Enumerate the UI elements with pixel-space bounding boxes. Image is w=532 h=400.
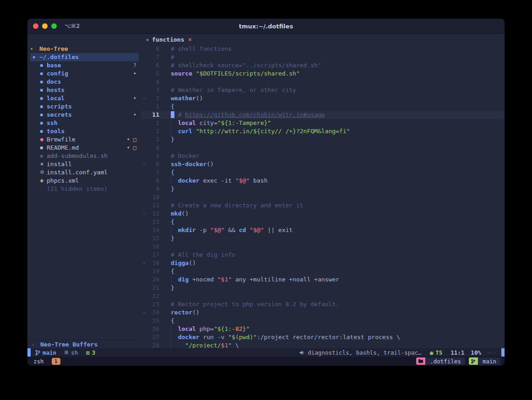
line-number: 5 (148, 152, 159, 160)
neotree-item-secrets[interactable]: ▪secrets• (27, 111, 141, 119)
neotree-item-add-submodules.sh[interactable]: ▪add-submodules.sh (27, 152, 141, 160)
code-line[interactable]: 22 (141, 292, 505, 300)
code-line[interactable]: 4 (141, 144, 505, 152)
neotree-item-base[interactable]: ▪base? (27, 61, 141, 70)
code-line[interactable]: 3} (141, 135, 505, 144)
code-line[interactable]: 8▏ docker exec -it "$@" bash (141, 177, 505, 185)
filetype-icon (65, 351, 68, 354)
neotree-item-Brewfile[interactable]: ◆Brewfile•□ (27, 135, 141, 144)
code-line[interactable]: 14▏ mkdir -p "$@" && cd "$@" || exit (141, 226, 505, 234)
neotree-item-install[interactable]: ∗install (27, 160, 141, 168)
code-line[interactable]: 8# shell functions (141, 45, 505, 53)
item-label: secrets (47, 111, 72, 119)
code-line[interactable]: 3# Weather in Tampere, or other city (141, 86, 505, 94)
line-number: 14 (148, 226, 159, 234)
code-line[interactable]: ▾2weather() (141, 94, 505, 103)
git-status-badge: ? (133, 61, 136, 70)
treesitter-icon: ◉ (430, 349, 434, 356)
neotree-root-item[interactable]: ▪ ~/.dotfiles (30, 53, 139, 61)
tmux-window-badge[interactable]: 1 (52, 358, 60, 365)
item-label: tools (47, 127, 65, 135)
code-line[interactable]: 11# Create a new directory and enter it (141, 201, 505, 210)
code-line[interactable]: 25{ (141, 317, 505, 325)
tab-close-icon[interactable]: × (188, 36, 191, 43)
line-number: 16 (148, 243, 159, 251)
code-line[interactable]: 16 (141, 243, 505, 251)
neotree-item-hosts[interactable]: ▪hosts (27, 86, 141, 94)
line-number: 6 (148, 61, 159, 70)
fold-marker-icon[interactable]: ▾ (141, 308, 148, 317)
code-line[interactable]: 28▏ "/project/$1" \ (141, 341, 505, 348)
titlebar[interactable]: ⌥⌘2 tmux:~/.dotfiles (27, 19, 505, 34)
code-line[interactable]: 21} (141, 284, 505, 292)
zoom-window-button[interactable] (51, 23, 57, 29)
git-status-badge: □ (133, 144, 136, 152)
code-line[interactable]: 2▏ curl "http://wttr.in/${city// /+}?2nF… (141, 127, 505, 135)
neotree-header[interactable]: ▾ Neo-Tree (27, 45, 141, 53)
line-number: 18 (148, 259, 159, 267)
line-number: 3 (148, 86, 159, 94)
tabline: ▪ functions × (141, 34, 505, 45)
neotree-item-config[interactable]: ▪config• (27, 70, 141, 78)
neotree-item-local[interactable]: ▪local• (27, 94, 141, 103)
line-number: 23 (148, 300, 159, 308)
item-label: phpcs.xml (47, 177, 79, 185)
fold-marker-icon[interactable]: ▾ (141, 94, 148, 103)
git-status-badge: • (127, 144, 130, 152)
code-line[interactable]: ▾18digga() (141, 259, 505, 267)
code-line[interactable]: 19{ (141, 267, 505, 276)
code-line[interactable]: 17# All the dig info (141, 251, 505, 259)
folder-icon (416, 357, 425, 365)
minimize-window-button[interactable] (42, 23, 48, 29)
close-window-button[interactable] (33, 23, 38, 29)
tab-functions[interactable]: functions (152, 36, 184, 43)
neotree-item-scripts[interactable]: ▪scripts (27, 103, 141, 111)
code-line[interactable]: 13{ (141, 218, 505, 226)
code-line[interactable]: 20▏ dig +nocmd "$1" any +multiline +noal… (141, 276, 505, 284)
neotree-item-tools[interactable]: ▪tools (27, 127, 141, 135)
window-shortcut-label: ⌥⌘2 (65, 23, 80, 29)
code-line[interactable]: 5source "$DOTFILES/scripts/shared.sh" (141, 70, 505, 78)
neotree-item-ssh[interactable]: ▪ssh (27, 119, 141, 127)
neotree-item-phpcs.xml[interactable]: ◈phpcs.xml (27, 177, 141, 185)
neotree-item-install.conf.yaml[interactable]: ⚙install.conf.yaml (27, 168, 141, 177)
code-line[interactable]: 7# (141, 53, 505, 61)
code-line[interactable]: 7{ (141, 168, 505, 177)
code-line[interactable]: ▾12mkd() (141, 210, 505, 218)
code-line[interactable]: 15} (141, 234, 505, 243)
fold-marker-icon[interactable]: ▾ (141, 259, 148, 267)
line-number: 12 (148, 210, 159, 218)
code-line[interactable]: ▾24rector() (141, 308, 505, 317)
code-line[interactable]: 27▏ docker run -v "$(pwd)":/project rect… (141, 333, 505, 341)
tmux-statusbar: zsh 1 .dotfiles main (27, 357, 505, 366)
code-line[interactable]: 9} (141, 185, 505, 193)
line-number: 8 (148, 177, 159, 185)
neotree-item-README.md[interactable]: ▪README.md•□ (27, 144, 141, 152)
code-area[interactable]: 8# shell functions7#6# shellcheck source… (141, 45, 505, 348)
line-number: 19 (148, 267, 159, 276)
window-title: tmux:~/.dotfiles (27, 23, 505, 30)
code-line[interactable]: 1▏ local city="${1:-Tampere}" (141, 119, 505, 127)
code-line[interactable]: 1{ (141, 103, 505, 111)
code-line[interactable]: 4 (141, 78, 505, 86)
code-line[interactable]: 23# Rector project to php version 8.2 by… (141, 300, 505, 308)
neotree-buffers-bar[interactable]: › Neo-Tree Buffers (27, 340, 141, 348)
fold-marker-icon[interactable]: ▾ (141, 210, 148, 218)
git-status-badge: • (133, 94, 136, 103)
tmux-cwd-label: .dotfiles (426, 357, 465, 365)
file-icon: ▪ (40, 127, 47, 135)
line-number: 24 (148, 308, 159, 317)
neotree-item-docs[interactable]: ▪docs (27, 78, 141, 86)
line-number: 21 (148, 284, 159, 292)
code-line[interactable]: 6# shellcheck source="../scripts/shared.… (141, 61, 505, 70)
git-branch-indicator[interactable]: main (35, 349, 56, 356)
tmux-session-name: zsh (33, 358, 44, 365)
code-line[interactable]: 5# Docker (141, 152, 505, 160)
code-line[interactable]: ▾6ssh-docker() (141, 160, 505, 168)
fold-marker-icon[interactable]: ▾ (141, 160, 148, 168)
line-number: 10 (148, 193, 159, 201)
code-line[interactable]: 10 (141, 193, 505, 201)
code-line[interactable]: 11 # https://github.com/chubin/wttr.in#u… (141, 111, 505, 119)
neotree-filesystem: ▾ Neo-Tree ▪ ~/.dotfiles ▪base?▪config•▪… (27, 34, 141, 340)
code-line[interactable]: 26▏ local php="${1:-82}" (141, 325, 505, 333)
